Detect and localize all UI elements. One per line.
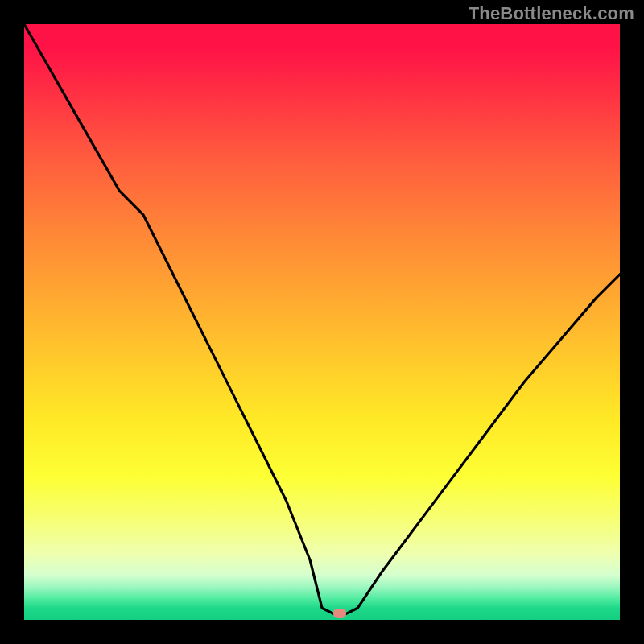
plot-area (24, 24, 620, 620)
bottleneck-curve-svg (24, 24, 620, 620)
optimal-point-marker (333, 609, 346, 618)
chart-frame: TheBottleneck.com (0, 0, 644, 644)
watermark-text: TheBottleneck.com (469, 3, 634, 24)
bottleneck-curve-path (24, 24, 620, 614)
